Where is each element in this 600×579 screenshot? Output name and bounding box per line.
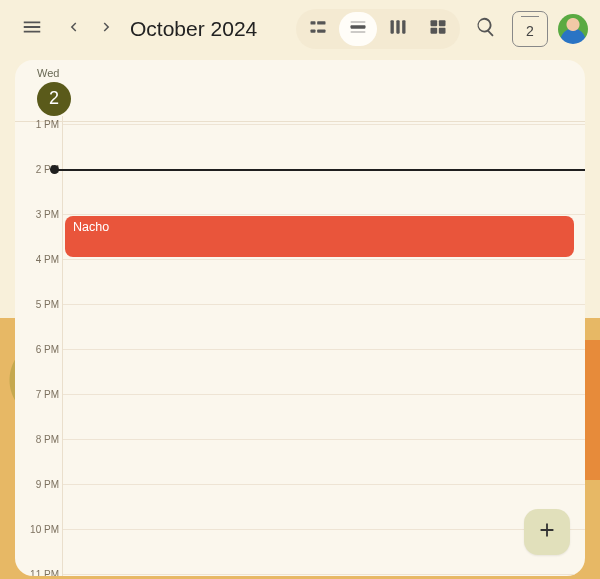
svg-rect-10 [431, 20, 438, 26]
hour-gridline [63, 439, 585, 440]
date-nav [56, 9, 124, 49]
svg-rect-11 [439, 20, 446, 26]
hour-gridline [63, 304, 585, 305]
hour-label: 9 PM [36, 479, 59, 490]
svg-rect-8 [396, 20, 399, 33]
event-title: Nacho [73, 220, 109, 234]
view-switcher [296, 9, 460, 49]
hour-label: 11 PM [30, 569, 59, 577]
view-schedule[interactable] [299, 12, 337, 46]
svg-rect-4 [351, 25, 366, 28]
hour-gridline [63, 394, 585, 395]
svg-rect-2 [317, 21, 325, 24]
day-number-text: 2 [49, 88, 59, 109]
calendar-card: Wed 2 1 PM2 PM3 PM4 PM5 PM6 PM7 PM8 PM9 … [15, 60, 585, 576]
top-app-bar: October 2024 2 [0, 0, 600, 58]
calendar-event[interactable]: Nacho [65, 216, 574, 257]
svg-rect-0 [311, 21, 316, 24]
day-number-badge: 2 [37, 82, 71, 116]
hour-gridline [63, 484, 585, 485]
time-grid[interactable]: 1 PM2 PM3 PM4 PM5 PM6 PM7 PM8 PM9 PM10 P… [15, 116, 585, 576]
three-day-view-icon [388, 17, 408, 41]
search-icon [475, 16, 497, 42]
now-indicator-dot [50, 165, 59, 174]
view-day[interactable] [339, 12, 377, 46]
hour-label: 5 PM [36, 299, 59, 310]
chevron-right-icon [98, 18, 116, 40]
hour-label: 3 PM [36, 209, 59, 220]
day-view-icon [348, 17, 368, 41]
svg-rect-7 [391, 20, 394, 33]
hour-gridline [63, 574, 585, 575]
hour-gridline [63, 259, 585, 260]
schedule-view-icon [308, 17, 328, 41]
hour-gridline [63, 529, 585, 530]
month-title[interactable]: October 2024 [130, 17, 257, 41]
menu-icon [21, 16, 43, 42]
month-view-icon [428, 17, 448, 41]
account-avatar[interactable] [558, 14, 588, 44]
hour-label: 1 PM [36, 119, 59, 130]
hour-gutter: 1 PM2 PM3 PM4 PM5 PM6 PM7 PM8 PM9 PM10 P… [15, 116, 63, 576]
chevron-left-icon [64, 18, 82, 40]
create-event-fab[interactable] [524, 509, 570, 555]
hour-label: 10 PM [30, 524, 59, 535]
hour-gridline [63, 214, 585, 215]
search-button[interactable] [466, 9, 506, 49]
svg-rect-3 [317, 30, 325, 33]
view-3day[interactable] [379, 12, 417, 46]
svg-rect-9 [402, 20, 405, 33]
day-header[interactable]: Wed 2 [15, 60, 585, 122]
hour-label: 4 PM [36, 254, 59, 265]
hour-gridlines [63, 116, 585, 576]
prev-button[interactable] [56, 9, 90, 49]
hour-gridline [63, 349, 585, 350]
today-button[interactable]: 2 [512, 11, 548, 47]
next-button[interactable] [90, 9, 124, 49]
hour-label: 7 PM [36, 389, 59, 400]
svg-rect-5 [351, 21, 366, 23]
hour-gridline [63, 124, 585, 125]
svg-rect-12 [431, 28, 438, 34]
plus-icon [536, 519, 558, 545]
menu-button[interactable] [12, 9, 52, 49]
hour-label: 8 PM [36, 434, 59, 445]
today-number: 2 [526, 23, 534, 39]
now-indicator [55, 169, 585, 171]
svg-rect-6 [351, 31, 366, 33]
hour-label: 6 PM [36, 344, 59, 355]
svg-rect-13 [439, 28, 446, 34]
day-of-week-label: Wed [37, 67, 59, 79]
view-month[interactable] [419, 12, 457, 46]
svg-rect-1 [311, 30, 316, 33]
